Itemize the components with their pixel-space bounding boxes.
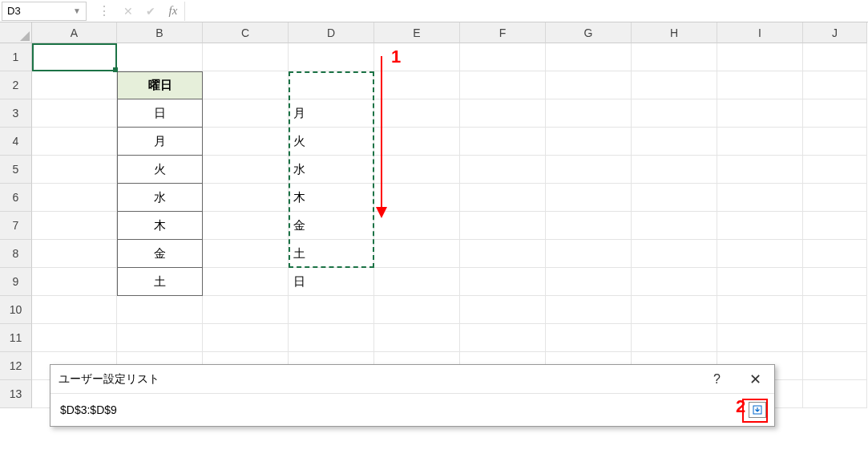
cell[interactable]: [289, 324, 374, 352]
table-cell[interactable]: 月: [117, 128, 203, 156]
col-header[interactable]: I: [717, 22, 803, 43]
col-header[interactable]: J: [803, 22, 867, 43]
dialog-help-button[interactable]: ?: [713, 372, 721, 387]
row-header[interactable]: 4: [0, 128, 32, 156]
cell[interactable]: [117, 296, 203, 324]
cell[interactable]: [203, 43, 289, 71]
cell[interactable]: [546, 212, 632, 240]
row-header[interactable]: 2: [0, 71, 32, 99]
table-cell[interactable]: 火: [117, 156, 203, 184]
cell[interactable]: [632, 156, 717, 184]
cell[interactable]: [289, 296, 374, 324]
cell[interactable]: [803, 212, 867, 240]
cell[interactable]: [632, 43, 717, 71]
cell[interactable]: 木: [289, 184, 374, 212]
formula-bar-handle-icon[interactable]: ⋮: [91, 3, 117, 18]
cell[interactable]: [203, 156, 289, 184]
cell[interactable]: [717, 212, 803, 240]
cell[interactable]: [546, 99, 632, 128]
cell[interactable]: [203, 184, 289, 212]
cell[interactable]: [374, 128, 460, 156]
cell[interactable]: [374, 71, 460, 99]
cell[interactable]: [632, 212, 717, 240]
cell[interactable]: [632, 324, 717, 352]
cell[interactable]: [803, 128, 867, 156]
cell[interactable]: [460, 324, 546, 352]
table-cell[interactable]: 日: [117, 99, 203, 128]
col-header[interactable]: A: [32, 22, 117, 43]
cell[interactable]: [717, 268, 803, 296]
cell[interactable]: [632, 99, 717, 128]
cell[interactable]: [289, 43, 374, 71]
cell[interactable]: [460, 296, 546, 324]
cell[interactable]: [803, 324, 867, 352]
cell[interactable]: [32, 43, 117, 71]
range-input[interactable]: [59, 400, 742, 419]
cell[interactable]: [546, 128, 632, 156]
row-header[interactable]: 13: [0, 380, 32, 408]
cell[interactable]: [632, 296, 717, 324]
cell[interactable]: [546, 296, 632, 324]
col-header[interactable]: D: [289, 22, 374, 43]
cell[interactable]: [803, 380, 867, 408]
row-header[interactable]: 9: [0, 268, 32, 296]
cell[interactable]: [203, 240, 289, 268]
cell[interactable]: [32, 240, 117, 268]
cell[interactable]: [374, 156, 460, 184]
cell[interactable]: [117, 43, 203, 71]
name-box[interactable]: D3 ▼: [2, 2, 87, 21]
dialog-title-bar[interactable]: ユーザー設定リスト ? ✕: [50, 365, 774, 394]
cell[interactable]: 土: [289, 240, 374, 268]
cell[interactable]: [803, 240, 867, 268]
cell[interactable]: [32, 99, 117, 128]
table-cell[interactable]: 土: [117, 268, 203, 296]
table-header-cell[interactable]: 曜日: [117, 71, 203, 99]
cell[interactable]: [460, 43, 546, 71]
cell[interactable]: [460, 71, 546, 99]
cell[interactable]: [460, 156, 546, 184]
row-header[interactable]: 1: [0, 43, 32, 71]
row-header[interactable]: 6: [0, 184, 32, 212]
custom-list-dialog[interactable]: ユーザー設定リスト ? ✕: [50, 364, 775, 427]
cell[interactable]: [374, 296, 460, 324]
cell[interactable]: [203, 324, 289, 352]
cell[interactable]: [289, 71, 374, 99]
expand-dialog-button[interactable]: [749, 402, 766, 418]
cell[interactable]: [32, 268, 117, 296]
cell[interactable]: [374, 43, 460, 71]
cell[interactable]: [717, 156, 803, 184]
col-header[interactable]: G: [546, 22, 632, 43]
cell[interactable]: [717, 184, 803, 212]
cell[interactable]: [803, 352, 867, 380]
formula-input[interactable]: [184, 2, 868, 21]
cell[interactable]: [546, 268, 632, 296]
cell[interactable]: [717, 240, 803, 268]
cell[interactable]: [32, 324, 117, 352]
cell[interactable]: [803, 99, 867, 128]
cell[interactable]: [803, 43, 867, 71]
cell[interactable]: 火: [289, 128, 374, 156]
cell[interactable]: [632, 71, 717, 99]
cell[interactable]: [460, 268, 546, 296]
cell[interactable]: [460, 184, 546, 212]
cell[interactable]: [32, 71, 117, 99]
table-cell[interactable]: 水: [117, 184, 203, 212]
col-header[interactable]: E: [374, 22, 460, 43]
dialog-close-button[interactable]: ✕: [745, 371, 766, 388]
cell[interactable]: [803, 268, 867, 296]
col-header[interactable]: F: [460, 22, 546, 43]
row-header[interactable]: 12: [0, 352, 32, 380]
table-cell[interactable]: 金: [117, 240, 203, 268]
cell[interactable]: 水: [289, 156, 374, 184]
cell[interactable]: [717, 128, 803, 156]
select-all-corner[interactable]: [0, 22, 32, 43]
cell[interactable]: [203, 128, 289, 156]
cell[interactable]: 日: [289, 268, 374, 296]
cell[interactable]: [32, 184, 117, 212]
cell[interactable]: [803, 156, 867, 184]
cell[interactable]: [374, 324, 460, 352]
cell[interactable]: [717, 324, 803, 352]
row-header[interactable]: 7: [0, 212, 32, 240]
cell[interactable]: [203, 212, 289, 240]
cell[interactable]: [546, 240, 632, 268]
